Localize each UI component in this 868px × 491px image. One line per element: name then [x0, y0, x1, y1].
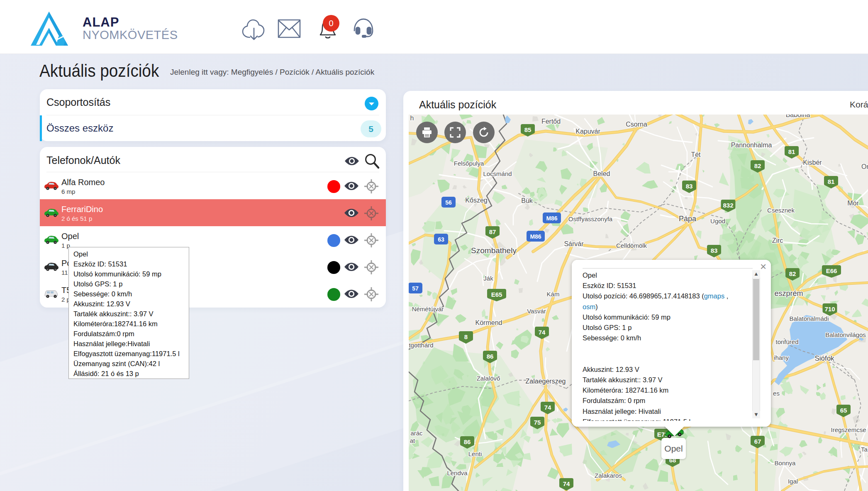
- svg-text:eszprém: eszprém: [774, 289, 803, 298]
- svg-text:63: 63: [438, 236, 444, 243]
- svg-text:Kisbér: Kisbér: [803, 159, 822, 166]
- svg-text:M86: M86: [546, 215, 557, 222]
- svg-text:87: 87: [489, 228, 496, 235]
- svg-text:74: 74: [539, 329, 546, 336]
- svg-text:Kőszeg: Kőszeg: [465, 197, 487, 204]
- svg-text:Balatonalmádi: Balatonalmádi: [789, 315, 829, 322]
- svg-text:Or: Or: [861, 163, 868, 170]
- svg-text:Locsmánd: Locsmánd: [483, 170, 512, 177]
- svg-text:Siófok: Siófok: [814, 354, 834, 362]
- svg-text:Némétújvár: Némétújvár: [412, 305, 444, 313]
- svg-text:Fertőd: Fertőd: [541, 118, 561, 125]
- svg-text:85: 85: [524, 126, 532, 133]
- svg-text:es: es: [773, 390, 780, 397]
- svg-text:710: 710: [824, 305, 835, 313]
- svg-text:75: 75: [534, 419, 541, 426]
- svg-text:82: 82: [754, 162, 761, 169]
- svg-text:at: at: [410, 437, 415, 444]
- svg-text:Bonnya: Bonnya: [775, 459, 796, 467]
- svg-text:Zalaegerszeg: Zalaegerszeg: [526, 378, 566, 385]
- svg-text:57: 57: [412, 285, 419, 292]
- svg-text:67: 67: [754, 438, 761, 445]
- svg-text:Szombathely: Szombathely: [471, 246, 517, 255]
- svg-text:Celldömölk: Celldömölk: [616, 242, 647, 249]
- svg-text:81: 81: [828, 178, 835, 185]
- svg-text:832: 832: [723, 202, 733, 209]
- svg-text:86: 86: [487, 353, 494, 360]
- svg-text:Sárvár: Sárvár: [564, 240, 584, 247]
- svg-text:tonfüred: tonfüred: [775, 338, 798, 345]
- svg-text:Zalakaros: Zalakaros: [595, 472, 622, 479]
- svg-text:Ta: Ta: [861, 446, 868, 453]
- svg-text:Csesznek: Csesznek: [767, 207, 795, 214]
- svg-text:Iregszemcse: Iregszemcse: [831, 426, 866, 433]
- svg-text:Csorna: Csorna: [626, 121, 647, 128]
- svg-text:h: h: [410, 115, 414, 122]
- svg-text:Ják: Ják: [483, 275, 493, 282]
- svg-text:arác: arác: [410, 430, 423, 437]
- svg-text:56: 56: [445, 199, 452, 206]
- svg-text:Bük: Bük: [521, 197, 533, 204]
- svg-text:Kám: Kám: [547, 291, 560, 298]
- svg-text:81: 81: [788, 148, 795, 155]
- svg-text:E66: E66: [826, 267, 837, 274]
- svg-text:Tét: Tét: [691, 151, 701, 158]
- svg-text:83: 83: [686, 183, 693, 190]
- svg-text:Zirc: Zirc: [772, 237, 783, 244]
- svg-text:Pápa: Pápa: [679, 215, 697, 223]
- svg-text:tgotthárd: tgotthárd: [409, 342, 433, 349]
- svg-text:Ugod: Ugod: [710, 217, 725, 225]
- svg-text:74: 74: [544, 404, 551, 411]
- svg-text:8: 8: [464, 333, 468, 340]
- svg-text:Ostffyasszonyfa: Ostffyasszonyfa: [568, 215, 613, 222]
- svg-text:M86: M86: [530, 233, 541, 240]
- svg-text:Zalalövő: Zalalövő: [477, 375, 500, 382]
- svg-text:65: 65: [840, 407, 847, 414]
- svg-text:0: 0: [329, 19, 333, 28]
- svg-text:Körmend: Körmend: [475, 319, 502, 326]
- svg-text:E65: E65: [491, 291, 502, 298]
- svg-text:86: 86: [464, 438, 471, 445]
- svg-text:Beled: Beled: [593, 170, 610, 177]
- svg-text:Vasvár: Vasvár: [527, 308, 546, 315]
- svg-text:74: 74: [563, 480, 570, 487]
- svg-text:83: 83: [711, 247, 718, 254]
- svg-text:Balatonvilágos: Balatonvilágos: [825, 331, 866, 338]
- svg-text:Bábolna: Bábolna: [786, 115, 810, 118]
- svg-text:Pannonhalma: Pannonhalma: [731, 142, 772, 149]
- svg-text:Igal: Igal: [788, 478, 798, 485]
- svg-text:Mór: Mór: [847, 200, 859, 207]
- svg-text:Lendva: Lendva: [447, 469, 468, 476]
- svg-text:Lenti: Lenti: [468, 450, 482, 457]
- svg-text:Felsőpulya: Felsőpulya: [454, 160, 484, 167]
- svg-text:ihany: ihany: [774, 354, 789, 361]
- svg-text:82: 82: [789, 270, 796, 277]
- svg-text:Kapuvár: Kapuvár: [575, 128, 600, 135]
